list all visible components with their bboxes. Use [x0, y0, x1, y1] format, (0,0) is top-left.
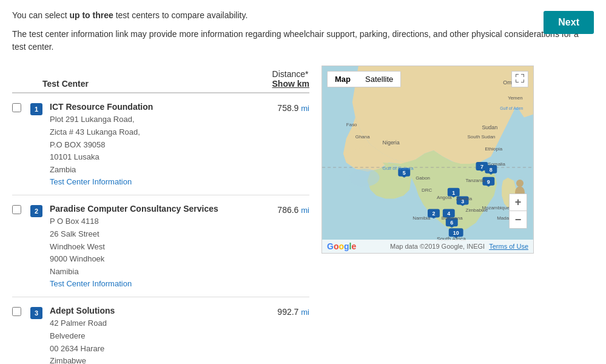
col-header-distance: Distance*: [272, 69, 309, 79]
center-name-1: ICT Resource Foundation: [50, 102, 255, 112]
google-logo: Google: [327, 241, 356, 251]
svg-text:2: 2: [432, 211, 435, 217]
intro-bold: up to three: [69, 10, 113, 20]
checkbox-wrapper-1[interactable]: [12, 103, 24, 114]
dist-unit-1[interactable]: mi: [301, 104, 309, 113]
map-data-info: Map data ©2019 Google, INEGI Terms of Us…: [390, 243, 528, 250]
center-address-1: Plot 291 Lukanga Road, Zicta # 43 Lukang…: [50, 113, 255, 177]
checkbox-wrapper-3[interactable]: [12, 307, 24, 318]
svg-text:1: 1: [452, 190, 455, 196]
label-botswana: Botswana: [442, 215, 463, 221]
label-zambia: Zambia: [456, 196, 473, 201]
center-distance-1: 758.9 mi: [261, 102, 309, 113]
center-content-1: ICT Resource Foundation Plot 291 Lukanga…: [50, 102, 255, 186]
main-layout: Test Center Distance* Show km 1 ICT Reso…: [12, 66, 594, 364]
col-header-distance-wrapper: Distance* Show km: [272, 69, 309, 89]
label-ghana: Ghana: [355, 134, 370, 140]
label-sudan: Sudan: [482, 124, 497, 130]
center-address-2: P O Box 4118 26 Salk Street Windhoek Wes…: [50, 215, 255, 278]
intro-line1: You can select up to three test centers …: [12, 9, 594, 22]
center-name-2: Paradise Computer Consultancy Services: [50, 204, 255, 214]
center-badge-3: 3: [30, 307, 42, 319]
label-gabon: Gabon: [416, 175, 430, 181]
badge-wrapper-2: 2: [30, 205, 44, 217]
test-center-row: 3 Adept Solutions 42 Palmer Road Belvede…: [12, 297, 309, 364]
label-tanzania: Tanzania: [466, 178, 485, 183]
svg-text:9: 9: [487, 179, 490, 185]
dist-unit-2[interactable]: mi: [301, 206, 309, 215]
center-checkbox-1[interactable]: [12, 103, 21, 112]
label-drc: DRC: [422, 187, 432, 193]
label-nigeria: Nigeria: [382, 140, 399, 146]
badge-wrapper-3: 3: [30, 307, 44, 319]
label-mozambique: Mozambique: [482, 205, 510, 211]
label-namibia: Namibia: [412, 215, 431, 221]
checkbox-wrapper-2[interactable]: [12, 205, 24, 216]
test-center-row: 2 Paradise Computer Consultancy Services…: [12, 195, 309, 297]
test-center-row: 1 ICT Resource Foundation Plot 291 Lukan…: [12, 93, 309, 195]
center-content-2: Paradise Computer Consultancy Services P…: [50, 204, 255, 288]
center-info-link-2[interactable]: Test Center Information: [50, 279, 132, 288]
dist-num-3: 992.7: [277, 307, 301, 317]
label-angola: Angola: [437, 195, 452, 200]
dist-num-2: 786.6: [277, 205, 301, 215]
map-tabs: Map Satellite: [327, 71, 401, 87]
label-gulf: Gulf of Aden: [500, 106, 523, 110]
label-ethiopia: Ethiopia: [485, 146, 502, 152]
show-km-link[interactable]: Show km: [272, 79, 309, 89]
center-content-3: Adept Solutions 42 Palmer Road Belvedere…: [50, 306, 255, 364]
expand-icon: [516, 74, 524, 83]
badge-wrapper-1: 1: [30, 103, 44, 115]
right-panel: Next: [322, 66, 594, 254]
zoom-in-button[interactable]: +: [510, 194, 527, 211]
svg-text:7: 7: [480, 164, 483, 170]
center-checkbox-2[interactable]: [12, 205, 21, 214]
label-south-sudan: South Sudan: [468, 134, 496, 140]
center-name-3: Adept Solutions: [50, 306, 255, 315]
label-gulf-guinea: Gulf of Guinea: [382, 166, 414, 171]
left-panel: Test Center Distance* Show km 1 ICT Reso…: [12, 66, 309, 364]
map-footer: Google Map data ©2019 Google, INEGI Term…: [322, 240, 533, 253]
center-distance-2: 786.6 mi: [261, 204, 309, 215]
map-data-text: Map data ©2019 Google, INEGI: [390, 243, 485, 250]
dist-unit-3[interactable]: mi: [301, 308, 309, 317]
intro-section: You can select up to three test centers …: [12, 9, 594, 53]
label-faso: Faso: [346, 122, 357, 127]
zoom-out-button[interactable]: −: [510, 211, 527, 228]
center-badge-2: 2: [30, 205, 42, 217]
label-yemen: Yemen: [508, 95, 522, 101]
map-container: 1 5 7: [322, 66, 534, 254]
intro-line2: The test center information link may pro…: [12, 28, 594, 53]
dist-num-1: 758.9: [277, 103, 301, 113]
center-checkbox-3[interactable]: [12, 307, 21, 316]
map-svg: 1 5 7: [322, 66, 533, 253]
next-button[interactable]: Next: [544, 11, 594, 34]
map-tab-map[interactable]: Map: [328, 72, 358, 87]
center-distance-3: 992.7 mi: [261, 306, 309, 317]
svg-text:8: 8: [490, 167, 493, 173]
terms-of-use-link[interactable]: Terms of Use: [489, 243, 528, 250]
center-address-3: 42 Palmer Road Belvedere 00 2634 Harare …: [50, 317, 255, 364]
map-zoom-controls: + −: [509, 194, 527, 229]
center-info-link-1[interactable]: Test Center Information: [50, 177, 132, 186]
svg-text:10: 10: [453, 230, 459, 236]
center-badge-1: 1: [30, 103, 42, 115]
map-tab-satellite[interactable]: Satellite: [358, 72, 400, 87]
svg-point-33: [516, 180, 524, 187]
svg-point-1: [349, 169, 380, 187]
label-somalia: Somalia: [488, 161, 505, 167]
col-header-center: Test Center: [12, 79, 89, 89]
table-header: Test Center Distance* Show km: [12, 66, 309, 93]
map-expand-button[interactable]: [511, 71, 528, 87]
